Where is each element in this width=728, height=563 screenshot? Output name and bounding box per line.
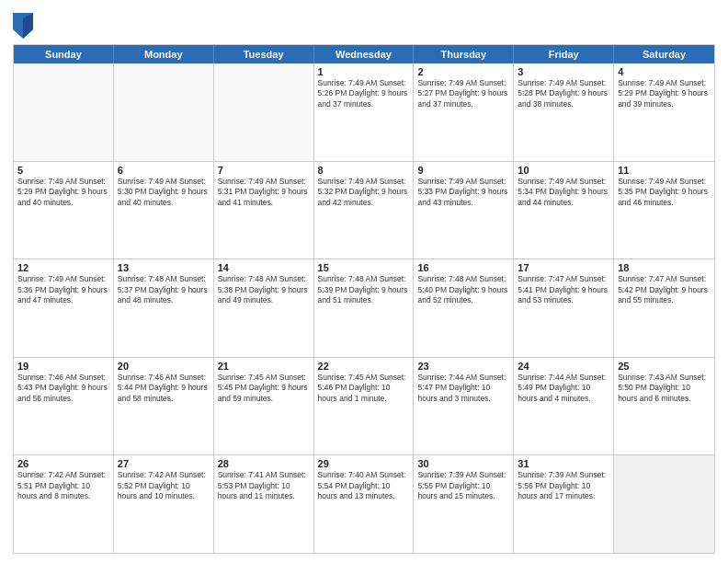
calendar-cell: 22Sunrise: 7:45 AM Sunset: 5:46 PM Dayli… — [314, 358, 415, 455]
day-number: 22 — [318, 361, 410, 372]
calendar-cell — [614, 455, 714, 553]
header-cell-sunday: Sunday — [14, 45, 114, 63]
day-number: 14 — [218, 262, 310, 273]
logo — [13, 13, 35, 39]
calendar-cell: 19Sunrise: 7:46 AM Sunset: 5:43 PM Dayli… — [14, 358, 114, 455]
day-number: 28 — [218, 458, 310, 469]
cell-content: Sunrise: 7:48 AM Sunset: 5:40 PM Dayligh… — [417, 274, 509, 305]
calendar-cell: 2Sunrise: 7:49 AM Sunset: 5:27 PM Daylig… — [414, 63, 514, 161]
cell-content: Sunrise: 7:44 AM Sunset: 5:49 PM Dayligh… — [518, 373, 609, 404]
day-number: 31 — [518, 458, 609, 469]
day-number: 10 — [518, 165, 609, 176]
day-number: 1 — [318, 66, 410, 77]
calendar: SundayMondayTuesdayWednesdayThursdayFrid… — [13, 44, 715, 554]
cell-content: Sunrise: 7:49 AM Sunset: 5:29 PM Dayligh… — [618, 78, 711, 109]
calendar-cell: 28Sunrise: 7:41 AM Sunset: 5:53 PM Dayli… — [214, 455, 314, 553]
day-number: 19 — [17, 361, 109, 372]
cell-content: Sunrise: 7:45 AM Sunset: 5:45 PM Dayligh… — [218, 373, 310, 404]
day-number: 4 — [618, 66, 711, 77]
calendar-cell: 8Sunrise: 7:49 AM Sunset: 5:32 PM Daylig… — [314, 162, 415, 259]
cell-content: Sunrise: 7:49 AM Sunset: 5:33 PM Dayligh… — [417, 177, 509, 208]
calendar-cell: 4Sunrise: 7:49 AM Sunset: 5:29 PM Daylig… — [614, 63, 714, 161]
calendar-cell: 11Sunrise: 7:49 AM Sunset: 5:35 PM Dayli… — [614, 162, 714, 259]
cell-content: Sunrise: 7:49 AM Sunset: 5:35 PM Dayligh… — [618, 177, 711, 208]
cell-content: Sunrise: 7:47 AM Sunset: 5:42 PM Dayligh… — [618, 274, 711, 305]
cell-content: Sunrise: 7:41 AM Sunset: 5:53 PM Dayligh… — [218, 470, 310, 501]
day-number: 7 — [218, 165, 310, 176]
calendar-cell: 24Sunrise: 7:44 AM Sunset: 5:49 PM Dayli… — [514, 358, 614, 455]
cell-content: Sunrise: 7:49 AM Sunset: 5:32 PM Dayligh… — [318, 177, 410, 208]
calendar-row-1: 1Sunrise: 7:49 AM Sunset: 5:26 PM Daylig… — [14, 63, 714, 162]
day-number: 13 — [118, 262, 210, 273]
header-cell-wednesday: Wednesday — [314, 45, 415, 63]
day-number: 18 — [618, 262, 711, 273]
calendar-body: 1Sunrise: 7:49 AM Sunset: 5:26 PM Daylig… — [14, 63, 714, 553]
day-number: 30 — [417, 458, 509, 469]
logo-icon — [13, 13, 33, 39]
calendar-row-2: 5Sunrise: 7:49 AM Sunset: 5:29 PM Daylig… — [14, 162, 714, 260]
cell-content: Sunrise: 7:42 AM Sunset: 5:52 PM Dayligh… — [118, 470, 210, 501]
calendar-cell: 14Sunrise: 7:48 AM Sunset: 5:38 PM Dayli… — [214, 259, 314, 357]
cell-content: Sunrise: 7:49 AM Sunset: 5:26 PM Dayligh… — [318, 78, 410, 109]
header — [13, 9, 715, 39]
cell-content: Sunrise: 7:49 AM Sunset: 5:36 PM Dayligh… — [17, 274, 109, 305]
calendar-cell — [14, 63, 114, 161]
day-number: 21 — [218, 361, 310, 372]
cell-content: Sunrise: 7:49 AM Sunset: 5:31 PM Dayligh… — [218, 177, 310, 208]
cell-content: Sunrise: 7:46 AM Sunset: 5:43 PM Dayligh… — [17, 373, 109, 404]
day-number: 23 — [417, 361, 509, 372]
cell-content: Sunrise: 7:49 AM Sunset: 5:27 PM Dayligh… — [417, 78, 509, 109]
calendar-cell — [114, 63, 214, 161]
day-number: 16 — [417, 262, 509, 273]
calendar-cell: 25Sunrise: 7:43 AM Sunset: 5:50 PM Dayli… — [614, 358, 714, 455]
day-number: 29 — [318, 458, 410, 469]
calendar-cell: 17Sunrise: 7:47 AM Sunset: 5:41 PM Dayli… — [514, 259, 614, 357]
calendar-cell: 29Sunrise: 7:40 AM Sunset: 5:54 PM Dayli… — [314, 455, 415, 553]
calendar-cell: 21Sunrise: 7:45 AM Sunset: 5:45 PM Dayli… — [214, 358, 314, 455]
calendar-cell: 13Sunrise: 7:48 AM Sunset: 5:37 PM Dayli… — [114, 259, 214, 357]
cell-content: Sunrise: 7:39 AM Sunset: 5:55 PM Dayligh… — [417, 470, 509, 501]
day-number: 17 — [518, 262, 609, 273]
day-number: 20 — [118, 361, 210, 372]
calendar-header: SundayMondayTuesdayWednesdayThursdayFrid… — [14, 45, 714, 63]
cell-content: Sunrise: 7:39 AM Sunset: 5:56 PM Dayligh… — [518, 470, 609, 501]
cell-content: Sunrise: 7:49 AM Sunset: 5:34 PM Dayligh… — [518, 177, 609, 208]
cell-content: Sunrise: 7:47 AM Sunset: 5:41 PM Dayligh… — [518, 274, 609, 305]
header-cell-thursday: Thursday — [414, 45, 514, 63]
calendar-cell: 16Sunrise: 7:48 AM Sunset: 5:40 PM Dayli… — [414, 259, 514, 357]
day-number: 12 — [17, 262, 109, 273]
calendar-cell: 10Sunrise: 7:49 AM Sunset: 5:34 PM Dayli… — [514, 162, 614, 259]
cell-content: Sunrise: 7:48 AM Sunset: 5:37 PM Dayligh… — [118, 274, 210, 305]
calendar-row-3: 12Sunrise: 7:49 AM Sunset: 5:36 PM Dayli… — [14, 259, 714, 358]
cell-content: Sunrise: 7:43 AM Sunset: 5:50 PM Dayligh… — [618, 373, 711, 404]
header-cell-tuesday: Tuesday — [214, 45, 314, 63]
page: SundayMondayTuesdayWednesdayThursdayFrid… — [0, 0, 728, 563]
calendar-cell: 5Sunrise: 7:49 AM Sunset: 5:29 PM Daylig… — [14, 162, 114, 259]
day-number: 27 — [118, 458, 210, 469]
calendar-cell: 27Sunrise: 7:42 AM Sunset: 5:52 PM Dayli… — [114, 455, 214, 553]
calendar-row-5: 26Sunrise: 7:42 AM Sunset: 5:51 PM Dayli… — [14, 455, 714, 553]
day-number: 15 — [318, 262, 410, 273]
day-number: 5 — [17, 165, 109, 176]
calendar-cell: 12Sunrise: 7:49 AM Sunset: 5:36 PM Dayli… — [14, 259, 114, 357]
calendar-cell: 18Sunrise: 7:47 AM Sunset: 5:42 PM Dayli… — [614, 259, 714, 357]
day-number: 3 — [518, 66, 609, 77]
cell-content: Sunrise: 7:49 AM Sunset: 5:29 PM Dayligh… — [17, 177, 109, 208]
calendar-cell: 15Sunrise: 7:48 AM Sunset: 5:39 PM Dayli… — [314, 259, 415, 357]
day-number: 24 — [518, 361, 609, 372]
calendar-cell: 9Sunrise: 7:49 AM Sunset: 5:33 PM Daylig… — [414, 162, 514, 259]
header-cell-saturday: Saturday — [614, 45, 714, 63]
cell-content: Sunrise: 7:40 AM Sunset: 5:54 PM Dayligh… — [318, 470, 410, 501]
cell-content: Sunrise: 7:46 AM Sunset: 5:44 PM Dayligh… — [118, 373, 210, 404]
calendar-cell: 20Sunrise: 7:46 AM Sunset: 5:44 PM Dayli… — [114, 358, 214, 455]
calendar-cell: 6Sunrise: 7:49 AM Sunset: 5:30 PM Daylig… — [114, 162, 214, 259]
calendar-cell: 26Sunrise: 7:42 AM Sunset: 5:51 PM Dayli… — [14, 455, 114, 553]
cell-content: Sunrise: 7:49 AM Sunset: 5:28 PM Dayligh… — [518, 78, 609, 109]
day-number: 26 — [17, 458, 109, 469]
calendar-cell: 3Sunrise: 7:49 AM Sunset: 5:28 PM Daylig… — [514, 63, 614, 161]
cell-content: Sunrise: 7:48 AM Sunset: 5:38 PM Dayligh… — [218, 274, 310, 305]
calendar-cell — [214, 63, 314, 161]
header-cell-monday: Monday — [114, 45, 214, 63]
cell-content: Sunrise: 7:48 AM Sunset: 5:39 PM Dayligh… — [318, 274, 410, 305]
calendar-cell: 7Sunrise: 7:49 AM Sunset: 5:31 PM Daylig… — [214, 162, 314, 259]
